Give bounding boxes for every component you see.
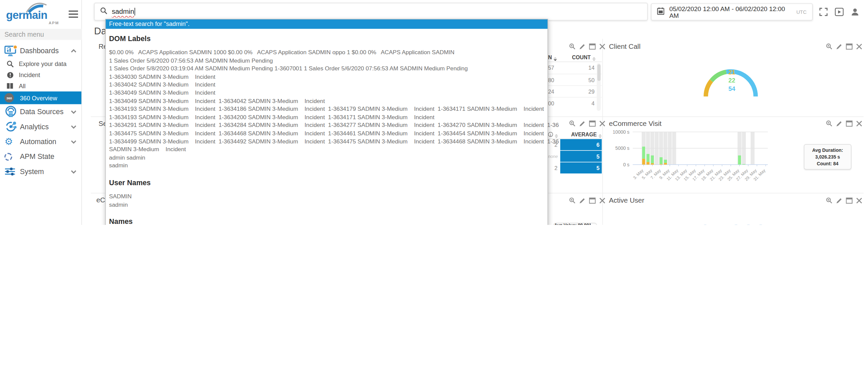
edit-pencil-icon[interactable] <box>836 43 843 50</box>
search-icon <box>7 60 19 67</box>
dashboards-icon <box>4 45 20 57</box>
search-result-item[interactable]: 1-3634193 SADMIN 3-Medium Incident 1-363… <box>109 105 544 113</box>
table-row[interactable]: none5 <box>548 151 602 163</box>
cell-value: 6 <box>597 142 602 148</box>
close-icon[interactable] <box>856 43 863 50</box>
sidebar-item-dashboards[interactable]: Dashboards <box>0 43 82 58</box>
zoom-in-icon[interactable] <box>569 197 576 204</box>
search-result-item[interactable]: 1-3634475 SADMIN 3-Medium Incident 1-363… <box>109 129 544 137</box>
maximize-window-icon[interactable] <box>846 197 852 204</box>
table-row[interactable]: 25 <box>548 162 602 174</box>
search-result-item[interactable]: 1-3634030 SADMIN 3-Medium Incident <box>109 73 544 81</box>
edit-pencil-icon[interactable] <box>836 120 843 127</box>
data-sources-icon <box>4 105 20 118</box>
search-result-item[interactable]: 1-3634042 SADMIN 3-Medium Incident <box>109 81 544 89</box>
close-icon[interactable] <box>599 197 606 204</box>
360-badge-icon: 360 <box>4 93 17 103</box>
user-profile-icon[interactable] <box>851 8 859 18</box>
logo-text: germain <box>6 9 47 22</box>
search-result-item[interactable]: 1-3634049 SADMIN 3-Medium Incident <box>109 89 544 96</box>
sliders-icon <box>4 167 20 176</box>
maximize-window-icon[interactable] <box>589 120 596 127</box>
sidebar-item-all[interactable]: All <box>0 81 82 92</box>
cell-value: 5 <box>597 153 602 159</box>
edit-pencil-icon[interactable] <box>579 43 586 50</box>
search-result-item[interactable]: 1-3634193 SADMIN 3-Medium Incident 1-363… <box>109 113 544 121</box>
date-range-picker[interactable]: 05/02/2020 12:00 AM - 06/02/2020 12:00 A… <box>651 3 813 21</box>
logo-subtext: APM <box>49 21 59 25</box>
fullscreen-icon[interactable] <box>819 8 828 18</box>
search-result-item[interactable]: SADMIN <box>109 192 544 200</box>
sidebar-item-360-overview[interactable]: 360 360 Overview <box>0 92 82 104</box>
table-row[interactable]: 004 <box>548 97 602 109</box>
cell-value: 00 <box>548 100 554 106</box>
maximize-window-icon[interactable] <box>589 43 596 50</box>
column-header[interactable]: i <box>548 131 558 138</box>
section-title: Names <box>109 217 544 225</box>
cell-value: 5 <box>597 165 602 171</box>
sidebar-item-incident[interactable]: Incident <box>0 69 82 81</box>
presentation-mode-icon[interactable] <box>835 8 843 18</box>
column-header[interactable]: AVERAGE <box>571 131 602 138</box>
widget-controls <box>569 197 606 204</box>
search-result-item[interactable]: sadmin <box>109 200 544 208</box>
widget-title: Client Call <box>609 43 641 51</box>
sidebar-search-input[interactable] <box>0 29 82 40</box>
search-result-item[interactable]: 1-3634499 SADMIN 3-Medium Incident 1-363… <box>109 137 544 145</box>
zoom-in-icon[interactable] <box>569 43 576 50</box>
search-result-item[interactable]: 1-3634291 SADMIN 3-Medium Incident 1-363… <box>109 121 544 129</box>
zoom-in-icon[interactable] <box>826 43 833 50</box>
section-title: User Names <box>109 178 544 187</box>
edit-pencil-icon[interactable] <box>579 120 586 127</box>
table-row[interactable]: 5714 <box>548 62 602 74</box>
table-row[interactable]: 8050 <box>548 74 602 86</box>
svg-text:21: 21 <box>728 69 735 76</box>
sidebar-item-system[interactable]: System <box>0 164 82 179</box>
search-result-item[interactable]: 1 Sales Order 5/6/2020 07:56:53 AM SADMI… <box>109 56 544 64</box>
sidebar-item-apm-state[interactable]: APM State <box>0 149 82 164</box>
hamburger-menu-icon[interactable] <box>69 10 78 20</box>
close-icon[interactable] <box>856 197 863 204</box>
zoom-in-icon[interactable] <box>826 197 833 204</box>
global-search-input[interactable]: sadmin <box>94 3 648 21</box>
logo[interactable]: germain APM <box>0 0 82 27</box>
sidebar-item-label: All <box>19 83 26 89</box>
edit-pencil-icon[interactable] <box>836 197 843 204</box>
search-result-item[interactable]: $0.00 0% ACAPS Application SADMIN 1000 $… <box>109 48 544 56</box>
search-result-item[interactable]: sadmin <box>109 162 544 170</box>
search-result-item[interactable]: SADMIN 3-Medium Incident <box>109 145 544 153</box>
zoom-in-icon[interactable] <box>826 120 833 127</box>
maximize-window-icon[interactable] <box>846 43 852 50</box>
close-icon[interactable] <box>599 120 606 127</box>
timezone-label: UTC <box>796 9 806 15</box>
free-text-search-option[interactable]: Free-text search for "sadmin". <box>105 20 548 29</box>
search-result-item[interactable]: 1-3634049 SADMIN 3-Medium Incident 1-363… <box>109 96 544 105</box>
sidebar-item-data-sources[interactable]: Data Sources <box>0 104 82 119</box>
calendar-icon <box>657 7 664 17</box>
sidebar-item-explore-your-data[interactable]: Explore your data <box>0 58 82 69</box>
close-icon[interactable] <box>599 43 606 50</box>
sidebar-item-label: APM State <box>20 152 54 161</box>
search-value: sadmin <box>112 8 134 16</box>
chevron-up-icon <box>70 47 77 55</box>
table-row[interactable]: 2429 <box>548 85 602 97</box>
date-range-value: 05/02/2020 12:00 AM - 06/02/2020 12:00 A… <box>669 5 792 19</box>
sidebar-item-automation[interactable]: ⚙ Automation <box>0 134 82 149</box>
average-table-widget: i AVERAGE 26none525 <box>548 130 602 174</box>
sidebar-item-analytics[interactable]: Analytics <box>0 119 82 134</box>
maximize-window-icon[interactable] <box>846 120 852 127</box>
search-result-item[interactable]: 1 Sales Order 5/8/2020 03:19:04 AM SADMI… <box>109 64 544 73</box>
scrollbar[interactable] <box>597 63 601 111</box>
column-header[interactable]: COUNT <box>572 54 602 61</box>
cell-value: none <box>548 154 559 159</box>
svg-text:0 s: 0 s <box>623 162 629 167</box>
column-header[interactable]: N <box>548 54 557 61</box>
edit-pencil-icon[interactable] <box>579 197 586 204</box>
cell-value: 2 <box>548 165 559 171</box>
search-result-item[interactable]: admin sadmin <box>109 153 544 162</box>
maximize-window-icon[interactable] <box>589 197 596 204</box>
close-icon[interactable] <box>856 120 863 127</box>
zoom-in-icon[interactable] <box>569 120 576 127</box>
app-root: germain APM Dashboards Explore your data <box>0 0 868 225</box>
value-bar: 5 <box>560 151 602 162</box>
